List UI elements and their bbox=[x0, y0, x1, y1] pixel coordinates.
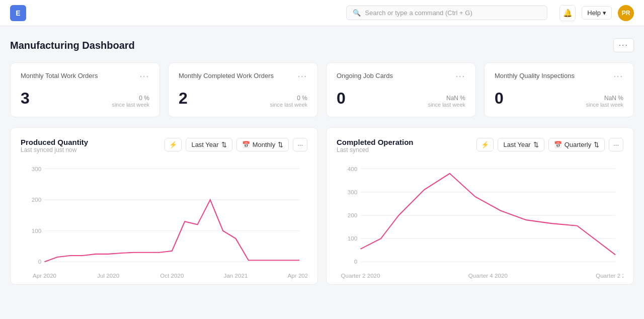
kpi-card-0: Monthly Total Work Orders ··· 3 0 % sinc… bbox=[10, 62, 160, 117]
search-placeholder: Search or type a command (Ctrl + G) bbox=[365, 9, 472, 17]
kpi-row: Monthly Total Work Orders ··· 3 0 % sinc… bbox=[10, 62, 634, 117]
avatar[interactable]: PR bbox=[618, 5, 634, 21]
search-icon: 🔍 bbox=[353, 9, 361, 17]
kpi-card-2: Ongoing Job Cards ··· 0 NaN % since last… bbox=[326, 62, 476, 117]
svg-text:200: 200 bbox=[32, 196, 41, 203]
svg-text:Quarter 2 2020: Quarter 2 2020 bbox=[341, 272, 380, 279]
svg-text:300: 300 bbox=[32, 166, 41, 172]
chart-card-header: Produced Quantity Last synced just now ⚡… bbox=[21, 138, 307, 162]
kpi-since: since last week bbox=[112, 102, 149, 108]
chart-filter-button[interactable]: ⚡ bbox=[476, 138, 494, 151]
kpi-card-1: Monthly Completed Work Orders ··· 2 0 % … bbox=[168, 62, 318, 117]
chart-title-block: Completed Operation Last synced bbox=[337, 138, 414, 162]
svg-text:100: 100 bbox=[348, 235, 357, 242]
page-title: Manufacturing Dashboard bbox=[10, 40, 135, 51]
chart-card-header: Completed Operation Last synced ⚡ Last Y… bbox=[337, 138, 623, 162]
kpi-change: NaN % bbox=[586, 95, 623, 102]
chart-title: Completed Operation bbox=[337, 138, 414, 146]
chart-line bbox=[361, 174, 616, 255]
filter-icon: ⚡ bbox=[481, 141, 489, 148]
kpi-card-body: 0 NaN % since last week bbox=[337, 89, 465, 108]
kpi-value: 2 bbox=[179, 89, 188, 108]
svg-text:0: 0 bbox=[38, 258, 41, 265]
chart-period-select[interactable]: 📅 Quarterly ⇅ bbox=[548, 138, 605, 151]
kpi-card-title: Ongoing Job Cards bbox=[337, 72, 393, 79]
svg-text:Oct 2020: Oct 2020 bbox=[160, 272, 184, 279]
chart-period-label: Quarterly bbox=[565, 141, 591, 148]
kpi-card-title: Monthly Quality Inspections bbox=[495, 72, 575, 79]
svg-text:0: 0 bbox=[354, 258, 357, 265]
chart-controls: ⚡ Last Year ⇅ 📅 Quarterly ⇅ ··· bbox=[476, 138, 623, 151]
kpi-card-header: Ongoing Job Cards ··· bbox=[337, 72, 465, 81]
chart-year-select[interactable]: Last Year ⇅ bbox=[498, 138, 544, 151]
kpi-change: 0 % bbox=[270, 95, 307, 102]
chart-year-select[interactable]: Last Year ⇅ bbox=[186, 138, 232, 151]
chart-more-button[interactable]: ··· bbox=[609, 138, 623, 151]
svg-text:300: 300 bbox=[348, 189, 357, 195]
notification-bell-button[interactable]: 🔔 bbox=[559, 5, 576, 21]
help-button[interactable]: Help ▾ bbox=[582, 6, 612, 20]
calendar-icon: 📅 bbox=[242, 141, 250, 148]
kpi-value: 3 bbox=[21, 89, 30, 108]
chart-card-1: Completed Operation Last synced ⚡ Last Y… bbox=[326, 127, 634, 285]
chevron-down-icon: ▾ bbox=[603, 9, 606, 17]
kpi-value: 0 bbox=[337, 89, 346, 108]
nav-right: 🔔 Help ▾ PR bbox=[559, 5, 634, 21]
chart-title: Produced Quantity bbox=[21, 138, 88, 146]
chart-area: 4003002001000 Quarter 2 2020Quarter 4 20… bbox=[337, 164, 623, 274]
sort-arrows-icon: ⇅ bbox=[533, 141, 539, 148]
page-header: Manufacturing Dashboard ··· bbox=[10, 38, 634, 52]
chart-filter-button[interactable]: ⚡ bbox=[165, 138, 182, 151]
kpi-change: 0 % bbox=[112, 95, 149, 102]
svg-text:Quarter 4 2020: Quarter 4 2020 bbox=[468, 272, 508, 279]
chart-card-0: Produced Quantity Last synced just now ⚡… bbox=[10, 127, 318, 285]
chart-svg: 3002001000 Apr 2020Jul 2020Oct 2020Jan 2… bbox=[21, 164, 307, 280]
sort-arrows-icon-2: ⇅ bbox=[594, 141, 599, 148]
kpi-card-3: Monthly Quality Inspections ··· 0 NaN % … bbox=[484, 62, 634, 117]
svg-text:Quarter 2 2021: Quarter 2 2021 bbox=[596, 272, 623, 279]
topnav: E 🔍 Search or type a command (Ctrl + G) … bbox=[0, 0, 644, 26]
calendar-icon: 📅 bbox=[554, 141, 562, 148]
chart-year-label: Last Year bbox=[191, 141, 218, 148]
kpi-change-block: NaN % since last week bbox=[586, 95, 623, 108]
chart-subtitle: Last synced bbox=[337, 146, 414, 153]
sort-arrows-icon-2: ⇅ bbox=[278, 141, 283, 148]
kpi-card-body: 2 0 % since last week bbox=[179, 89, 307, 108]
kpi-change-block: NaN % since last week bbox=[428, 95, 465, 108]
svg-text:Jul 2020: Jul 2020 bbox=[97, 272, 119, 279]
chart-controls: ⚡ Last Year ⇅ 📅 Monthly ⇅ ··· bbox=[165, 138, 307, 151]
svg-text:Jan 2021: Jan 2021 bbox=[224, 272, 248, 279]
kpi-card-header: Monthly Total Work Orders ··· bbox=[21, 72, 149, 81]
kpi-card-header: Monthly Completed Work Orders ··· bbox=[179, 72, 307, 81]
svg-text:Apr 2020: Apr 2020 bbox=[33, 272, 56, 279]
kpi-change-block: 0 % since last week bbox=[112, 95, 149, 108]
kpi-card-menu-button[interactable]: ··· bbox=[456, 72, 465, 81]
kpi-value: 0 bbox=[495, 89, 504, 108]
kpi-card-header: Monthly Quality Inspections ··· bbox=[495, 72, 623, 81]
kpi-change-block: 0 % since last week bbox=[270, 95, 307, 108]
svg-text:100: 100 bbox=[32, 227, 41, 234]
kpi-card-body: 0 NaN % since last week bbox=[495, 89, 623, 108]
search-bar[interactable]: 🔍 Search or type a command (Ctrl + G) bbox=[346, 6, 547, 20]
page-more-button[interactable]: ··· bbox=[613, 38, 634, 52]
kpi-card-title: Monthly Total Work Orders bbox=[21, 72, 98, 79]
chart-more-button[interactable]: ··· bbox=[293, 138, 307, 151]
chart-row: Produced Quantity Last synced just now ⚡… bbox=[10, 127, 634, 285]
chart-year-label: Last Year bbox=[503, 141, 530, 148]
chart-period-label: Monthly bbox=[253, 141, 276, 148]
kpi-card-title: Monthly Completed Work Orders bbox=[179, 72, 274, 79]
kpi-since: since last week bbox=[586, 102, 623, 108]
kpi-card-menu-button[interactable]: ··· bbox=[140, 72, 149, 81]
kpi-change: NaN % bbox=[428, 95, 465, 102]
svg-text:200: 200 bbox=[348, 212, 357, 218]
help-label: Help bbox=[587, 9, 601, 17]
kpi-card-menu-button[interactable]: ··· bbox=[614, 72, 623, 81]
app-icon: E bbox=[10, 5, 26, 21]
kpi-since: since last week bbox=[428, 102, 465, 108]
chart-period-select[interactable]: 📅 Monthly ⇅ bbox=[236, 138, 289, 151]
filter-icon: ⚡ bbox=[169, 141, 177, 148]
svg-text:Apr 2021: Apr 2021 bbox=[288, 272, 307, 279]
kpi-card-menu-button[interactable]: ··· bbox=[298, 72, 307, 81]
chart-svg: 4003002001000 Quarter 2 2020Quarter 4 20… bbox=[337, 164, 623, 280]
chart-area: 3002001000 Apr 2020Jul 2020Oct 2020Jan 2… bbox=[21, 164, 307, 274]
